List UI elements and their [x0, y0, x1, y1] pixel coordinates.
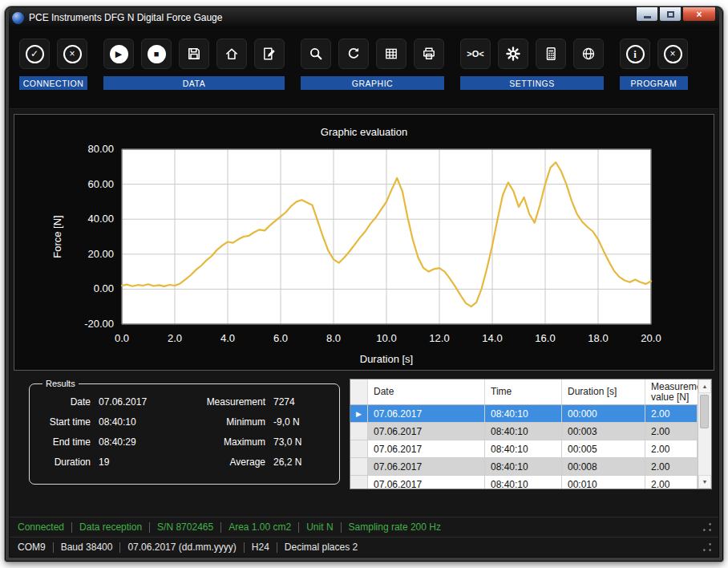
- cell-value: 2.00: [645, 476, 698, 489]
- svg-text:6.0: 6.0: [273, 332, 288, 344]
- status-unit: Unit N: [306, 521, 333, 533]
- result-label: Average: [190, 456, 265, 468]
- table-row[interactable]: 07.06.2017 08:40:10 00:008 2.00: [350, 458, 698, 476]
- scroll-thumb[interactable]: [700, 395, 709, 428]
- column-header-date[interactable]: Date: [368, 379, 485, 404]
- table-row[interactable]: 07.06.2017 08:40:10 00:010 2.00: [350, 476, 698, 489]
- result-value: 26,2 N: [273, 456, 330, 468]
- tare-zero-icon: >O<: [467, 49, 483, 59]
- column-header-duration[interactable]: Duration [s]: [562, 379, 645, 404]
- status-date-format: 07.06.2017 (dd.mm.yyyy): [127, 542, 236, 553]
- calculator-button[interactable]: [536, 39, 566, 69]
- cell-duration: 00:008: [562, 458, 645, 475]
- status-baud-rate: Baud 38400: [61, 542, 113, 553]
- cell-duration: 00:010: [562, 476, 645, 489]
- app-logo-icon: [12, 12, 24, 24]
- cell-time: 08:40:10: [485, 440, 562, 457]
- connect-check-icon: ✓: [26, 45, 44, 63]
- svg-text:40.00: 40.00: [87, 213, 114, 225]
- table-row[interactable]: ▶ 07.06.2017 08:40:10 00:000 2.00: [350, 405, 698, 423]
- svg-text:0.0: 0.0: [115, 332, 129, 344]
- start-measurement-button[interactable]: ▶: [103, 39, 134, 69]
- svg-text:18.0: 18.0: [588, 332, 608, 344]
- column-header-time[interactable]: Time: [485, 379, 562, 404]
- table-row[interactable]: 07.06.2017 08:40:10 00:005 2.00: [350, 440, 698, 458]
- column-header-value[interactable]: Measurement value [N]: [645, 379, 698, 404]
- result-value: 19: [99, 456, 182, 468]
- svg-text:Force [N]: Force [N]: [51, 215, 63, 258]
- result-value: 08:40:29: [99, 436, 182, 448]
- play-icon: ▶: [110, 45, 128, 63]
- minimize-button[interactable]: [636, 7, 658, 22]
- toolbar-group-label-graphic: GRAPHIC: [301, 76, 444, 90]
- svg-text:0.00: 0.00: [94, 282, 114, 294]
- close-button[interactable]: ×: [682, 7, 716, 22]
- window-controls: ×: [636, 7, 716, 22]
- svg-text:60.00: 60.00: [87, 178, 114, 190]
- exit-program-button[interactable]: ×: [657, 39, 688, 69]
- cell-time: 08:40:10: [485, 476, 562, 489]
- maximize-button[interactable]: [659, 7, 681, 22]
- toolbar-group-connection: ✓ × CONNECTION: [19, 39, 87, 90]
- selected-row-arrow-icon: ▶: [350, 405, 368, 422]
- minimize-icon: [644, 16, 651, 18]
- table-scrollbar[interactable]: ▲ ▼: [698, 379, 711, 489]
- language-globe-button[interactable]: [573, 39, 604, 69]
- scroll-track[interactable]: [698, 393, 711, 475]
- status-com-port: COM9: [18, 542, 46, 553]
- status-data-reception: Data reception: [79, 521, 142, 533]
- table-row[interactable]: 07.06.2017 08:40:10 00:003 2.00: [350, 423, 698, 440]
- home-icon: [224, 47, 239, 61]
- cell-duration: 00:000: [562, 405, 645, 422]
- results-panel: Results Date 07.06.2017 Measurement 7274…: [29, 379, 340, 485]
- save-data-button[interactable]: [179, 39, 209, 69]
- cell-date: 07.06.2017: [368, 458, 485, 475]
- toolbar-group-data: ▶ ■: [103, 39, 285, 90]
- printer-icon: [422, 47, 436, 61]
- connect-button[interactable]: ✓: [19, 39, 50, 69]
- result-value: 08:40:10: [99, 416, 182, 428]
- toolbar-group-graphic: GRAPHIC: [301, 39, 444, 90]
- status-bar-settings: COM9 Baud 38400 07.06.2017 (dd.mm.yyyy) …: [10, 537, 718, 557]
- toolbar-group-program: i × PROGRAM: [620, 39, 688, 90]
- zoom-button[interactable]: [301, 39, 331, 69]
- titlebar[interactable]: PCE Instruments DFG N Digital Force Gaug…: [9, 7, 719, 28]
- cell-date: 07.06.2017: [368, 476, 485, 489]
- scroll-down-button[interactable]: ▼: [698, 475, 711, 489]
- cell-value: 2.00: [645, 458, 698, 475]
- svg-text:16.0: 16.0: [535, 332, 555, 344]
- scroll-up-button[interactable]: ▲: [698, 379, 711, 393]
- result-label: Measurement: [190, 396, 265, 408]
- refresh-graph-button[interactable]: [338, 39, 369, 69]
- status-area: Area 1.00 cm2: [229, 521, 291, 533]
- cell-value: 2.00: [645, 423, 698, 440]
- toolbar: ✓ × CONNECTION ▶ ■: [10, 29, 718, 109]
- svg-text:14.0: 14.0: [482, 332, 502, 344]
- result-value: 73,0 N: [273, 436, 330, 448]
- cell-value: 2.00: [645, 440, 698, 457]
- stop-measurement-button[interactable]: ■: [141, 39, 172, 69]
- info-icon: i: [626, 45, 645, 63]
- measurement-table: Date Time Duration [s] Measurement value…: [350, 379, 712, 489]
- result-value: -9,0 N: [273, 416, 330, 428]
- toolbar-group-settings: >O<: [460, 39, 604, 90]
- edit-data-button[interactable]: [254, 39, 285, 69]
- result-label: Start time: [41, 416, 91, 428]
- chart-panel: Graphic evaluation 0.02.04.06.08.010.012…: [14, 114, 714, 371]
- tare-zero-button[interactable]: >O<: [460, 39, 491, 69]
- print-button[interactable]: [414, 39, 444, 69]
- table-header: Date Time Duration [s] Measurement value…: [350, 379, 698, 405]
- settings-gear-button[interactable]: [498, 39, 528, 69]
- svg-text:12.0: 12.0: [429, 332, 449, 344]
- load-data-button[interactable]: [216, 39, 247, 69]
- svg-text:20.00: 20.00: [87, 248, 114, 260]
- cell-duration: 00:003: [562, 423, 645, 440]
- cell-date: 07.06.2017: [368, 423, 485, 440]
- data-grid-button[interactable]: [376, 39, 406, 69]
- disconnect-button[interactable]: ×: [57, 39, 87, 69]
- app-window: PCE Instruments DFG N Digital Force Gaug…: [5, 6, 723, 562]
- window-title: PCE Instruments DFG N Digital Force Gaug…: [29, 12, 222, 23]
- grid-icon: [384, 47, 398, 61]
- status-time-format: H24: [252, 542, 269, 553]
- info-button[interactable]: i: [620, 39, 650, 69]
